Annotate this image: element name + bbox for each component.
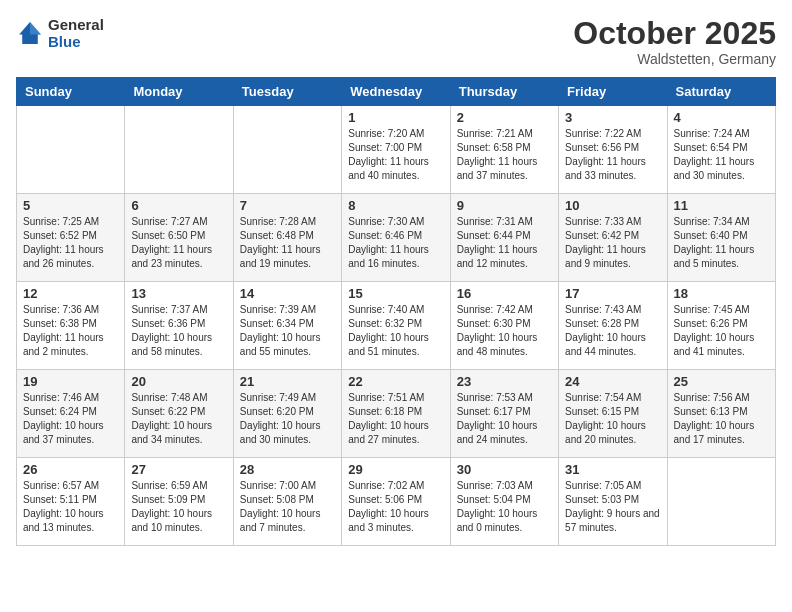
day-number: 8 (348, 198, 443, 213)
day-info: Sunrise: 7:49 AM Sunset: 6:20 PM Dayligh… (240, 391, 335, 447)
day-info: Sunrise: 7:00 AM Sunset: 5:08 PM Dayligh… (240, 479, 335, 535)
day-number: 15 (348, 286, 443, 301)
day-info: Sunrise: 7:02 AM Sunset: 5:06 PM Dayligh… (348, 479, 443, 535)
day-number: 17 (565, 286, 660, 301)
day-info: Sunrise: 7:54 AM Sunset: 6:15 PM Dayligh… (565, 391, 660, 447)
day-number: 19 (23, 374, 118, 389)
calendar-cell: 25Sunrise: 7:56 AM Sunset: 6:13 PM Dayli… (667, 370, 775, 458)
calendar-table: SundayMondayTuesdayWednesdayThursdayFrid… (16, 77, 776, 546)
calendar-cell (233, 106, 341, 194)
day-info: Sunrise: 7:24 AM Sunset: 6:54 PM Dayligh… (674, 127, 769, 183)
day-number: 18 (674, 286, 769, 301)
day-info: Sunrise: 7:43 AM Sunset: 6:28 PM Dayligh… (565, 303, 660, 359)
day-info: Sunrise: 7:03 AM Sunset: 5:04 PM Dayligh… (457, 479, 552, 535)
calendar-cell: 3Sunrise: 7:22 AM Sunset: 6:56 PM Daylig… (559, 106, 667, 194)
calendar-cell (667, 458, 775, 546)
calendar-cell: 2Sunrise: 7:21 AM Sunset: 6:58 PM Daylig… (450, 106, 558, 194)
day-info: Sunrise: 7:37 AM Sunset: 6:36 PM Dayligh… (131, 303, 226, 359)
calendar-cell: 30Sunrise: 7:03 AM Sunset: 5:04 PM Dayli… (450, 458, 558, 546)
day-info: Sunrise: 6:57 AM Sunset: 5:11 PM Dayligh… (23, 479, 118, 535)
calendar-cell: 19Sunrise: 7:46 AM Sunset: 6:24 PM Dayli… (17, 370, 125, 458)
day-info: Sunrise: 7:22 AM Sunset: 6:56 PM Dayligh… (565, 127, 660, 183)
day-number: 13 (131, 286, 226, 301)
calendar-cell: 1Sunrise: 7:20 AM Sunset: 7:00 PM Daylig… (342, 106, 450, 194)
calendar-cell: 15Sunrise: 7:40 AM Sunset: 6:32 PM Dayli… (342, 282, 450, 370)
calendar-week-3: 12Sunrise: 7:36 AM Sunset: 6:38 PM Dayli… (17, 282, 776, 370)
day-number: 7 (240, 198, 335, 213)
weekday-header-row: SundayMondayTuesdayWednesdayThursdayFrid… (17, 78, 776, 106)
calendar-cell: 10Sunrise: 7:33 AM Sunset: 6:42 PM Dayli… (559, 194, 667, 282)
day-info: Sunrise: 7:53 AM Sunset: 6:17 PM Dayligh… (457, 391, 552, 447)
day-number: 28 (240, 462, 335, 477)
calendar-cell: 18Sunrise: 7:45 AM Sunset: 6:26 PM Dayli… (667, 282, 775, 370)
day-number: 22 (348, 374, 443, 389)
day-info: Sunrise: 7:30 AM Sunset: 6:46 PM Dayligh… (348, 215, 443, 271)
day-info: Sunrise: 7:36 AM Sunset: 6:38 PM Dayligh… (23, 303, 118, 359)
calendar-cell: 4Sunrise: 7:24 AM Sunset: 6:54 PM Daylig… (667, 106, 775, 194)
day-number: 1 (348, 110, 443, 125)
calendar-cell: 16Sunrise: 7:42 AM Sunset: 6:30 PM Dayli… (450, 282, 558, 370)
calendar-cell: 14Sunrise: 7:39 AM Sunset: 6:34 PM Dayli… (233, 282, 341, 370)
calendar-week-5: 26Sunrise: 6:57 AM Sunset: 5:11 PM Dayli… (17, 458, 776, 546)
day-info: Sunrise: 7:42 AM Sunset: 6:30 PM Dayligh… (457, 303, 552, 359)
day-number: 26 (23, 462, 118, 477)
calendar-cell: 9Sunrise: 7:31 AM Sunset: 6:44 PM Daylig… (450, 194, 558, 282)
day-number: 12 (23, 286, 118, 301)
day-info: Sunrise: 7:34 AM Sunset: 6:40 PM Dayligh… (674, 215, 769, 271)
day-number: 3 (565, 110, 660, 125)
calendar-cell: 21Sunrise: 7:49 AM Sunset: 6:20 PM Dayli… (233, 370, 341, 458)
day-info: Sunrise: 7:20 AM Sunset: 7:00 PM Dayligh… (348, 127, 443, 183)
weekday-header-monday: Monday (125, 78, 233, 106)
weekday-header-thursday: Thursday (450, 78, 558, 106)
title-block: October 2025 Waldstetten, Germany (573, 16, 776, 67)
calendar-week-1: 1Sunrise: 7:20 AM Sunset: 7:00 PM Daylig… (17, 106, 776, 194)
day-number: 20 (131, 374, 226, 389)
day-number: 10 (565, 198, 660, 213)
location: Waldstetten, Germany (573, 51, 776, 67)
day-number: 30 (457, 462, 552, 477)
day-number: 29 (348, 462, 443, 477)
page-header: General Blue October 2025 Waldstetten, G… (16, 16, 776, 67)
day-info: Sunrise: 7:33 AM Sunset: 6:42 PM Dayligh… (565, 215, 660, 271)
day-info: Sunrise: 7:51 AM Sunset: 6:18 PM Dayligh… (348, 391, 443, 447)
calendar-cell: 17Sunrise: 7:43 AM Sunset: 6:28 PM Dayli… (559, 282, 667, 370)
calendar-week-4: 19Sunrise: 7:46 AM Sunset: 6:24 PM Dayli… (17, 370, 776, 458)
calendar-cell (17, 106, 125, 194)
day-info: Sunrise: 7:40 AM Sunset: 6:32 PM Dayligh… (348, 303, 443, 359)
day-info: Sunrise: 6:59 AM Sunset: 5:09 PM Dayligh… (131, 479, 226, 535)
day-number: 6 (131, 198, 226, 213)
calendar-cell: 13Sunrise: 7:37 AM Sunset: 6:36 PM Dayli… (125, 282, 233, 370)
weekday-header-saturday: Saturday (667, 78, 775, 106)
day-info: Sunrise: 7:46 AM Sunset: 6:24 PM Dayligh… (23, 391, 118, 447)
day-number: 5 (23, 198, 118, 213)
calendar-cell: 5Sunrise: 7:25 AM Sunset: 6:52 PM Daylig… (17, 194, 125, 282)
weekday-header-wednesday: Wednesday (342, 78, 450, 106)
day-info: Sunrise: 7:21 AM Sunset: 6:58 PM Dayligh… (457, 127, 552, 183)
day-number: 21 (240, 374, 335, 389)
day-info: Sunrise: 7:25 AM Sunset: 6:52 PM Dayligh… (23, 215, 118, 271)
day-number: 27 (131, 462, 226, 477)
calendar-cell: 24Sunrise: 7:54 AM Sunset: 6:15 PM Dayli… (559, 370, 667, 458)
weekday-header-tuesday: Tuesday (233, 78, 341, 106)
day-info: Sunrise: 7:39 AM Sunset: 6:34 PM Dayligh… (240, 303, 335, 359)
calendar-cell: 20Sunrise: 7:48 AM Sunset: 6:22 PM Dayli… (125, 370, 233, 458)
calendar-cell: 26Sunrise: 6:57 AM Sunset: 5:11 PM Dayli… (17, 458, 125, 546)
day-number: 16 (457, 286, 552, 301)
calendar-cell: 11Sunrise: 7:34 AM Sunset: 6:40 PM Dayli… (667, 194, 775, 282)
day-info: Sunrise: 7:27 AM Sunset: 6:50 PM Dayligh… (131, 215, 226, 271)
day-number: 9 (457, 198, 552, 213)
day-number: 4 (674, 110, 769, 125)
calendar-cell: 7Sunrise: 7:28 AM Sunset: 6:48 PM Daylig… (233, 194, 341, 282)
svg-marker-1 (30, 22, 41, 34)
weekday-header-sunday: Sunday (17, 78, 125, 106)
day-info: Sunrise: 7:31 AM Sunset: 6:44 PM Dayligh… (457, 215, 552, 271)
calendar-week-2: 5Sunrise: 7:25 AM Sunset: 6:52 PM Daylig… (17, 194, 776, 282)
logo: General Blue (16, 16, 104, 50)
day-number: 11 (674, 198, 769, 213)
weekday-header-friday: Friday (559, 78, 667, 106)
calendar-cell: 12Sunrise: 7:36 AM Sunset: 6:38 PM Dayli… (17, 282, 125, 370)
logo-icon (16, 19, 44, 47)
day-number: 31 (565, 462, 660, 477)
calendar-cell: 27Sunrise: 6:59 AM Sunset: 5:09 PM Dayli… (125, 458, 233, 546)
day-info: Sunrise: 7:28 AM Sunset: 6:48 PM Dayligh… (240, 215, 335, 271)
